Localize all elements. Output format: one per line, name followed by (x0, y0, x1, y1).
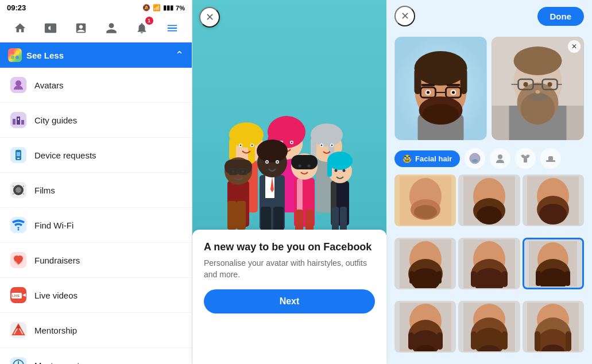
beard-option-2[interactable] (458, 175, 520, 226)
nav-marketplace[interactable] (71, 18, 91, 38)
nav-menu[interactable] (162, 18, 183, 38)
svg-rect-201 (566, 331, 571, 351)
svg-rect-61 (311, 138, 316, 158)
svg-point-109 (335, 169, 338, 172)
beard-option-6[interactable] (523, 238, 584, 289)
device-requests-label: Device requests (34, 150, 96, 160)
next-button[interactable]: Next (204, 289, 375, 313)
svg-rect-41 (229, 138, 236, 161)
svg-rect-174 (471, 271, 477, 287)
svg-rect-200 (535, 331, 540, 351)
menu-item-mentorship[interactable]: Mentorship (0, 313, 192, 348)
svg-rect-70 (227, 201, 237, 230)
avatars-icon (9, 76, 28, 94)
mentorship-icon (9, 321, 28, 339)
tab-hat[interactable] (540, 148, 561, 169)
svg-rect-21 (23, 193, 24, 195)
beard-option-7[interactable] (394, 301, 456, 353)
menu-item-films[interactable]: Films (0, 173, 192, 208)
photo-close-button[interactable]: ✕ (568, 40, 581, 53)
color-tab-icon (469, 153, 481, 164)
films-label: Films (34, 185, 55, 195)
tab-facial-hair[interactable]: 🥸 Facial hair (394, 150, 460, 167)
svg-point-115 (415, 51, 467, 86)
svg-point-2 (11, 56, 14, 59)
nav-video[interactable] (40, 18, 61, 38)
done-button[interactable]: Done (537, 7, 585, 26)
avatars-label: Avatars (34, 80, 64, 90)
menu-item-device-requests[interactable]: Device requests (0, 138, 192, 173)
svg-rect-108 (327, 162, 332, 177)
svg-rect-98 (291, 155, 318, 169)
menu-item-city-guides[interactable]: City guides (0, 103, 192, 138)
svg-point-149 (498, 154, 502, 159)
mute-icon: 🔕 (142, 4, 150, 11)
nav-notifications[interactable]: 1 (131, 18, 152, 38)
svg-point-23 (18, 229, 20, 231)
nav-bar: 1 (0, 14, 192, 42)
facial-hair-tab-label: Facial hair (415, 154, 452, 163)
svg-point-56 (291, 142, 293, 144)
svg-rect-7 (13, 119, 16, 125)
svg-rect-168 (409, 271, 414, 284)
beard-option-8[interactable] (458, 301, 520, 353)
svg-point-17 (16, 187, 21, 193)
svg-point-135 (514, 47, 562, 75)
svg-point-46 (251, 145, 253, 146)
films-icon (9, 181, 28, 199)
wifi-icon: 📶 (153, 4, 161, 11)
beard-option-9[interactable] (523, 301, 584, 353)
right-close-button[interactable]: ✕ (394, 6, 415, 26)
info-card: A new way to be you on Facebook Personal… (192, 230, 386, 364)
svg-rect-22 (10, 217, 26, 233)
city-guides-icon (9, 111, 28, 129)
svg-point-1 (16, 51, 19, 55)
tab-color[interactable] (465, 148, 485, 169)
svg-rect-10 (18, 118, 19, 120)
person-tab-icon (494, 153, 506, 164)
tab-person[interactable] (490, 148, 510, 169)
svg-point-145 (536, 90, 540, 94)
facial-hair-tab-icon: 🥸 (403, 154, 412, 163)
beard-option-4[interactable] (394, 238, 456, 289)
fundraisers-icon (9, 251, 28, 269)
svg-point-144 (548, 82, 552, 87)
svg-rect-194 (502, 331, 508, 350)
svg-rect-9 (21, 120, 24, 125)
find-wifi-label: Find Wi-Fi (34, 220, 73, 230)
menu-item-most-recent[interactable]: Most recent (0, 348, 192, 364)
hat-tab-icon (545, 153, 556, 164)
beard-option-3[interactable] (523, 175, 584, 226)
avatar-illustration (192, 0, 386, 241)
beard-option-1[interactable] (394, 175, 456, 226)
svg-point-146 (528, 94, 548, 101)
middle-close-button[interactable]: ✕ (199, 7, 220, 28)
fundraisers-label: Fundraisers (34, 255, 80, 265)
svg-point-163 (539, 204, 567, 224)
svg-point-3 (16, 56, 19, 59)
see-less-header[interactable]: See Less ⌃ (0, 42, 192, 68)
svg-point-5 (16, 80, 21, 86)
svg-rect-193 (471, 331, 477, 350)
svg-point-77 (232, 171, 234, 173)
status-icons: 🔕 📶 ▮▮▮ 7% (142, 4, 185, 11)
svg-rect-71 (237, 201, 246, 230)
svg-point-143 (524, 82, 528, 87)
svg-point-91 (277, 161, 278, 163)
shirt-tab-icon (520, 153, 531, 164)
nav-profile[interactable] (101, 18, 122, 38)
svg-point-65 (321, 145, 323, 146)
svg-point-66 (331, 145, 333, 146)
menu-list: Avatars City guides (0, 68, 192, 364)
beard-option-5[interactable] (458, 238, 520, 289)
avatar-head-svg (394, 37, 487, 140)
tab-shirt[interactable] (515, 148, 536, 169)
preview-section: ✕ (386, 32, 592, 145)
city-guides-label: City guides (34, 115, 77, 125)
nav-home[interactable] (10, 18, 30, 38)
menu-item-find-wifi[interactable]: Find Wi-Fi (0, 208, 192, 243)
menu-item-avatars[interactable]: Avatars (0, 68, 192, 103)
menu-item-live-videos[interactable]: LIVE Live videos (0, 278, 192, 313)
menu-item-fundraisers[interactable]: Fundraisers (0, 243, 192, 278)
svg-rect-8 (17, 117, 20, 125)
